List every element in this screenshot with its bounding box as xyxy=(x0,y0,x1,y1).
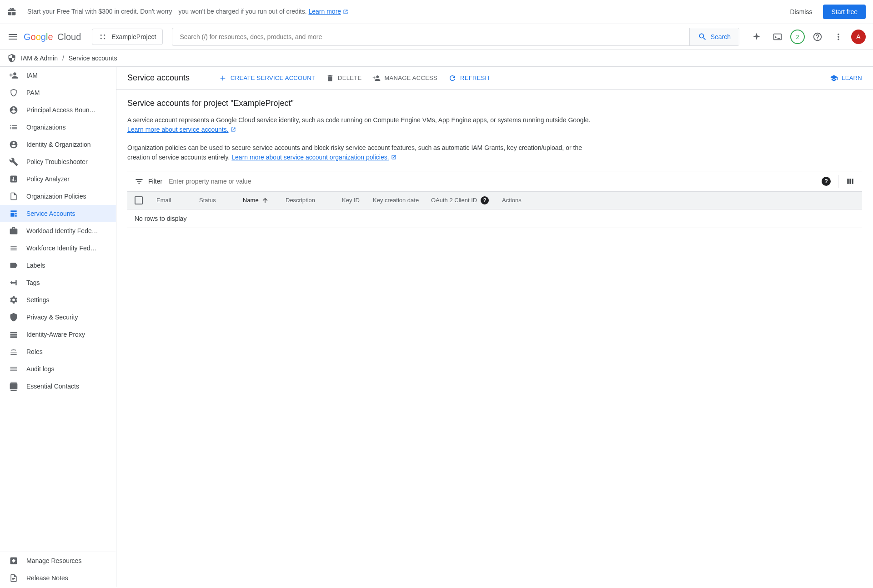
breadcrumb-separator: / xyxy=(62,55,64,62)
manage-label: MANAGE ACCESS xyxy=(384,75,437,81)
create-service-account-button[interactable]: CREATE SERVICE ACCOUNT xyxy=(219,74,315,82)
breadcrumb: IAM & Admin / Service accounts xyxy=(0,50,873,67)
sidebar-item-label: Organizations xyxy=(26,124,65,131)
svg-point-2 xyxy=(100,38,102,39)
sidebar-item-iap[interactable]: Identity-Aware Proxy xyxy=(0,326,116,343)
contacts-icon xyxy=(9,382,18,391)
sidebar-item-release-notes[interactable]: Release Notes xyxy=(0,569,116,587)
sidebar-item-workload-identity[interactable]: Workload Identity Fede… xyxy=(0,222,116,239)
column-status[interactable]: Status xyxy=(199,197,243,204)
person-add-icon xyxy=(9,71,18,80)
svg-point-3 xyxy=(104,38,105,39)
shield-outline-icon xyxy=(9,88,18,97)
sidebar-item-manage-resources[interactable]: Manage Resources xyxy=(0,552,116,569)
svg-point-0 xyxy=(100,35,102,36)
column-oauth-client-id[interactable]: OAuth 2 Client ID? xyxy=(431,196,502,204)
sidebar-item-principal-access[interactable]: Principal Access Boun… xyxy=(0,101,116,119)
project-selector[interactable]: ExampleProject xyxy=(92,29,163,45)
sidebar-item-pam[interactable]: PAM xyxy=(0,84,116,101)
menu-icon[interactable] xyxy=(7,31,18,42)
sidebar-item-service-accounts[interactable]: Service Accounts xyxy=(0,205,116,222)
iap-icon xyxy=(9,330,18,339)
sidebar-item-label: Workload Identity Fede… xyxy=(26,227,98,234)
layout: IAM PAM Principal Access Boun… Organizat… xyxy=(0,67,873,587)
filter-icon xyxy=(135,177,144,186)
notifications-badge[interactable]: 2 xyxy=(790,30,805,44)
sidebar-item-workforce-identity[interactable]: Workforce Identity Fed… xyxy=(0,239,116,257)
sidebar-item-roles[interactable]: Roles xyxy=(0,343,116,360)
delete-label: DELETE xyxy=(338,75,361,81)
oauth-label: OAuth 2 Client ID xyxy=(431,197,477,204)
sidebar-item-settings[interactable]: Settings xyxy=(0,291,116,309)
boundary-icon xyxy=(9,105,18,115)
header-actions: 2 A xyxy=(748,29,866,45)
sidebar-item-identity-org[interactable]: Identity & Organization xyxy=(0,136,116,153)
column-email[interactable]: Email xyxy=(156,197,199,204)
sidebar-item-label: Essential Contacts xyxy=(26,383,79,390)
school-icon xyxy=(830,74,838,82)
wrench-icon xyxy=(9,157,18,166)
sidebar-item-label: Labels xyxy=(26,262,45,269)
breadcrumb-section[interactable]: IAM & Admin xyxy=(21,55,58,62)
sidebar-item-label: Principal Access Boun… xyxy=(26,106,96,114)
banner-text-prefix: Start your Free Trial with $300 in credi… xyxy=(27,8,309,15)
pin-icon xyxy=(9,556,18,565)
banner-text: Start your Free Trial with $300 in credi… xyxy=(27,8,790,15)
gemini-button[interactable] xyxy=(748,29,765,45)
oauth-help-icon[interactable]: ? xyxy=(481,196,489,204)
help-button[interactable] xyxy=(809,29,826,45)
breadcrumb-page: Service accounts xyxy=(69,55,117,62)
sidebar-item-policy-analyzer[interactable]: Policy Analyzer xyxy=(0,170,116,188)
search-input[interactable] xyxy=(172,33,689,40)
sidebar-item-labels[interactable]: Labels xyxy=(0,257,116,274)
select-all-checkbox[interactable] xyxy=(135,196,143,204)
sidebar: IAM PAM Principal Access Boun… Organizat… xyxy=(0,67,116,587)
columns-icon[interactable] xyxy=(846,177,855,186)
refresh-button[interactable]: REFRESH xyxy=(448,74,489,82)
sidebar-item-privacy-security[interactable]: Privacy & Security xyxy=(0,309,116,326)
sidebar-item-organizations[interactable]: Organizations xyxy=(0,119,116,136)
banner-learn-more-link[interactable]: Learn more xyxy=(309,8,341,15)
delete-button[interactable]: DELETE xyxy=(326,74,361,82)
more-button[interactable] xyxy=(830,29,847,45)
google-cloud-logo[interactable]: Google Cloud xyxy=(24,32,81,42)
sidebar-item-label: Tags xyxy=(26,279,40,286)
column-name[interactable]: Name xyxy=(243,197,286,204)
external-link-icon xyxy=(391,153,396,163)
filter-input[interactable] xyxy=(169,178,822,185)
sidebar-item-label: Manage Resources xyxy=(26,557,81,564)
sidebar-item-tags[interactable]: Tags xyxy=(0,274,116,291)
label-icon xyxy=(9,261,18,270)
dismiss-button[interactable]: Dismiss xyxy=(790,8,812,15)
sidebar-item-label: Privacy & Security xyxy=(26,314,78,321)
filter-help-button[interactable]: ? xyxy=(822,177,831,186)
table-header: Email Status Name Description Key ID Key… xyxy=(127,192,862,209)
sidebar-scroll[interactable]: IAM PAM Principal Access Boun… Organizat… xyxy=(0,67,116,552)
sidebar-item-essential-contacts[interactable]: Essential Contacts xyxy=(0,378,116,395)
sidebar-item-label: Settings xyxy=(26,296,50,304)
shield-icon xyxy=(7,54,16,63)
column-description[interactable]: Description xyxy=(286,197,342,204)
column-key-id[interactable]: Key ID xyxy=(342,197,373,204)
sidebar-item-org-policies[interactable]: Organization Policies xyxy=(0,188,116,205)
sidebar-item-label: Policy Analyzer xyxy=(26,175,70,183)
sidebar-footer: Manage Resources Release Notes xyxy=(0,552,116,587)
manage-access-button[interactable]: MANAGE ACCESS xyxy=(372,74,437,82)
external-link-icon xyxy=(231,125,236,135)
cloud-shell-button[interactable] xyxy=(769,29,786,45)
sidebar-item-iam[interactable]: IAM xyxy=(0,67,116,84)
sidebar-item-audit-logs[interactable]: Audit logs xyxy=(0,360,116,378)
learn-more-org-policies-link[interactable]: Learn more about service account organiz… xyxy=(231,154,389,161)
sidebar-item-policy-troubleshooter[interactable]: Policy Troubleshooter xyxy=(0,153,116,170)
learn-more-service-accounts-link[interactable]: Learn more about service accounts. xyxy=(127,126,229,133)
user-avatar[interactable]: A xyxy=(851,30,866,44)
start-free-button[interactable]: Start free xyxy=(823,5,866,19)
learn-button[interactable]: LEARN xyxy=(830,74,862,82)
refresh-icon xyxy=(448,74,457,82)
sparkle-icon xyxy=(752,32,762,42)
content-heading: Service accounts for project "ExamplePro… xyxy=(127,99,862,108)
gear-icon xyxy=(9,295,18,304)
search-button[interactable]: Search xyxy=(689,28,739,45)
column-key-creation-date[interactable]: Key creation date xyxy=(373,197,431,204)
sidebar-item-label: PAM xyxy=(26,89,40,96)
